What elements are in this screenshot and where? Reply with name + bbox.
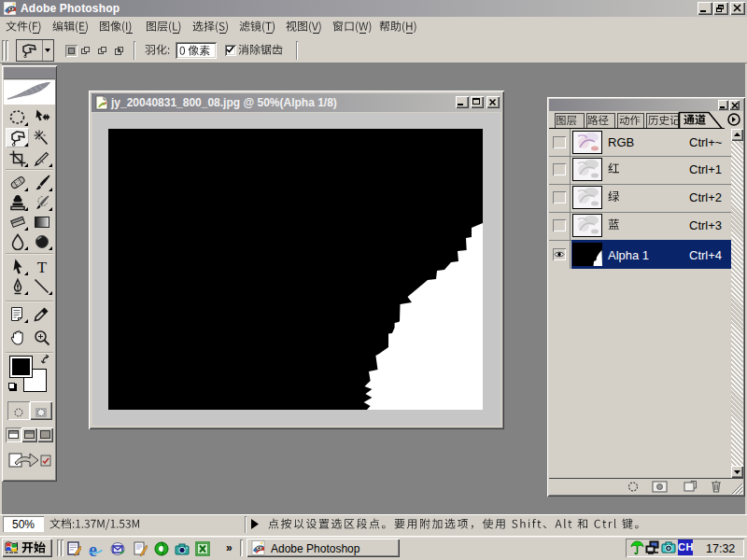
svg-text:T: T [36,258,47,275]
